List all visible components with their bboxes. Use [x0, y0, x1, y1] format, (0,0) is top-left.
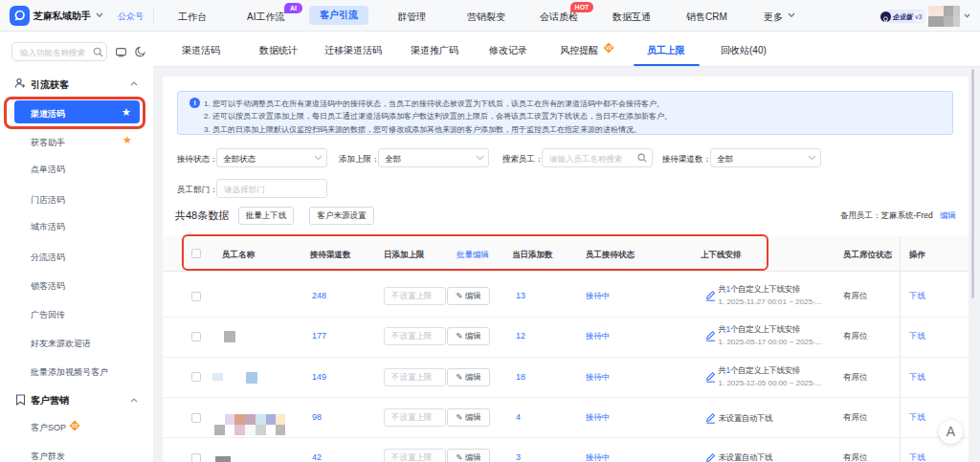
svg-text:V2: V2	[606, 45, 612, 51]
svg-text:V2: V2	[72, 423, 78, 429]
